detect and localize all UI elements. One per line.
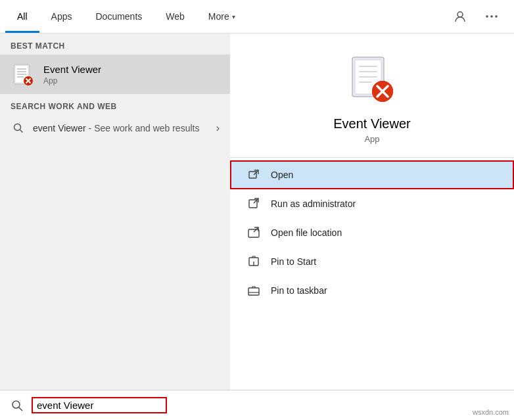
nav-icons — [448, 5, 509, 28]
search-suffix-text: - See work and web results — [86, 123, 200, 133]
svg-rect-33 — [248, 288, 259, 295]
folder-icon — [248, 227, 260, 239]
pin-icon — [248, 256, 260, 268]
user-icon — [454, 11, 466, 22]
top-nav: All Apps Documents Web More ▾ — [0, 0, 514, 34]
more-options-button[interactable] — [480, 5, 503, 28]
left-panel: Best match — [0, 34, 230, 390]
search-web-icon — [11, 120, 26, 136]
arrow-right-icon: › — [216, 122, 220, 134]
svg-line-14 — [20, 130, 23, 133]
tab-more-label: More — [208, 11, 229, 22]
svg-point-0 — [457, 12, 463, 17]
tab-documents-label: Documents — [95, 11, 142, 22]
action-list: Open Run as administrator — [230, 160, 514, 305]
divider — [230, 157, 514, 158]
action-open-file-location-label: Open file location — [271, 227, 342, 238]
svg-point-1 — [486, 15, 488, 18]
event-viewer-icon-svg — [11, 62, 35, 86]
nav-tabs: All Apps Documents Web More ▾ — [5, 0, 247, 33]
run-as-admin-icon — [246, 196, 262, 212]
event-viewer-small-icon — [11, 62, 35, 87]
search-web-section: Search work and web event Viewer - See w… — [0, 94, 230, 144]
taskbar-icon — [248, 285, 260, 296]
action-open-label: Open — [271, 170, 293, 180]
user-icon-button[interactable] — [448, 5, 472, 28]
svg-line-28 — [254, 198, 258, 203]
tab-all[interactable]: All — [5, 0, 39, 33]
tab-web-label: Web — [166, 11, 185, 22]
event-viewer-large-icon — [346, 53, 398, 106]
search-web-label: Search work and web — [11, 102, 220, 111]
svg-point-3 — [495, 15, 498, 18]
search-icon — [13, 123, 24, 133]
bottom-search-bar — [0, 390, 514, 420]
search-box-highlight — [32, 397, 167, 413]
result-title: Event Viewer — [43, 64, 101, 75]
right-panel: Event Viewer App Open — [230, 34, 514, 390]
action-open[interactable]: Open — [230, 160, 514, 189]
app-type-label: App — [364, 134, 379, 144]
search-query-text: event Viewer — [33, 123, 86, 133]
tab-all-label: All — [17, 11, 28, 22]
event-viewer-result[interactable]: Event Viewer App — [0, 55, 230, 94]
pin-to-taskbar-icon — [246, 283, 262, 298]
action-run-as-admin-label: Run as administrator — [271, 198, 356, 209]
open-app-icon — [248, 169, 260, 181]
open-file-location-icon — [246, 225, 262, 241]
search-input[interactable] — [37, 400, 162, 411]
tab-documents[interactable]: Documents — [83, 0, 154, 33]
pin-to-start-icon — [246, 254, 262, 269]
main-content: Best match — [0, 34, 514, 390]
svg-line-36 — [19, 407, 22, 410]
search-magnifier-icon — [11, 400, 23, 411]
search-bar-icon — [8, 396, 26, 415]
search-web-item[interactable]: event Viewer - See work and web results … — [11, 116, 220, 140]
search-web-text: event Viewer - See work and web results — [33, 123, 199, 133]
app-title: Event Viewer — [333, 116, 410, 131]
svg-point-2 — [490, 15, 493, 18]
event-viewer-result-text: Event Viewer App — [43, 64, 101, 85]
result-subtitle: App — [43, 76, 101, 85]
tab-web[interactable]: Web — [154, 0, 197, 33]
event-viewer-large-icon-svg — [347, 55, 397, 105]
action-pin-to-taskbar[interactable]: Pin to taskbar — [230, 276, 514, 305]
ellipsis-icon — [486, 15, 498, 18]
chevron-down-icon: ▾ — [232, 13, 235, 20]
best-match-label: Best match — [0, 34, 230, 55]
action-pin-to-start-label: Pin to Start — [271, 256, 316, 267]
tab-apps-label: Apps — [51, 11, 72, 22]
action-run-as-admin[interactable]: Run as administrator — [230, 189, 514, 218]
svg-point-13 — [14, 124, 21, 131]
svg-rect-25 — [249, 172, 256, 178]
shield-icon — [248, 198, 260, 210]
svg-rect-29 — [248, 229, 259, 237]
open-icon — [246, 167, 262, 183]
action-open-file-location[interactable]: Open file location — [230, 218, 514, 247]
tab-more[interactable]: More ▾ — [197, 0, 247, 33]
action-pin-to-taskbar-label: Pin to taskbar — [271, 285, 327, 296]
action-pin-to-start[interactable]: Pin to Start — [230, 247, 514, 276]
tab-apps[interactable]: Apps — [39, 0, 84, 33]
